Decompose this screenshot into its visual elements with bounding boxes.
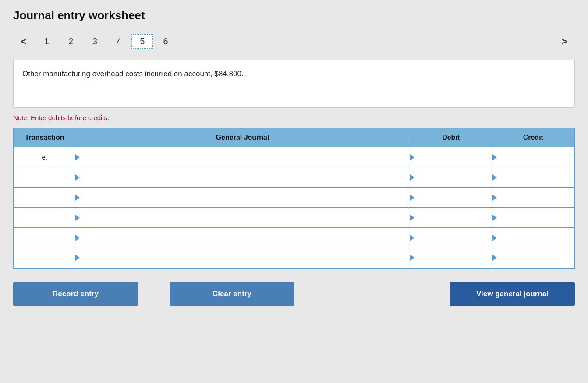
debit-input-5[interactable] xyxy=(413,248,489,268)
debit-cell-1[interactable] xyxy=(410,167,492,188)
transaction-cell-1 xyxy=(14,167,75,188)
journal-cell-3[interactable] xyxy=(75,208,410,228)
buttons-row: Record entry Clear entry View general jo… xyxy=(13,282,575,306)
debit-input-0[interactable] xyxy=(413,147,489,167)
journal-input-5[interactable] xyxy=(78,248,407,268)
nav-tab-6[interactable]: 6 xyxy=(153,34,177,49)
nav-tab-5[interactable]: 5 xyxy=(131,34,153,49)
journal-cell-1[interactable] xyxy=(75,167,410,188)
table-row xyxy=(14,167,574,188)
debit-cell-4[interactable] xyxy=(410,228,492,248)
credit-cell-4[interactable] xyxy=(492,228,574,248)
credit-cell-3[interactable] xyxy=(492,208,574,228)
journal-table: Transaction General Journal Debit Credit… xyxy=(13,128,575,269)
transaction-cell-4 xyxy=(14,228,75,248)
journal-cell-5[interactable] xyxy=(75,248,410,268)
navigation-bar: < 1 2 3 4 5 6 > xyxy=(13,30,575,53)
table-row xyxy=(14,188,574,208)
transaction-cell-5 xyxy=(14,248,75,268)
description-text: Other manufacturing overhead costs incur… xyxy=(22,70,244,78)
transaction-cell-0: e. xyxy=(14,147,75,167)
credit-cell-0[interactable] xyxy=(492,147,574,167)
prev-arrow[interactable]: < xyxy=(13,36,35,47)
clear-entry-button[interactable]: Clear entry xyxy=(170,282,294,306)
journal-input-2[interactable] xyxy=(78,188,407,207)
table-row xyxy=(14,228,574,248)
credit-cell-5[interactable] xyxy=(492,248,574,268)
debit-input-3[interactable] xyxy=(413,208,489,227)
debit-cell-2[interactable] xyxy=(410,188,492,208)
record-entry-button[interactable]: Record entry xyxy=(13,282,138,306)
debit-cell-0[interactable] xyxy=(410,147,492,167)
table-row: e. xyxy=(14,147,574,167)
transaction-cell-2 xyxy=(14,188,75,208)
debit-cell-5[interactable] xyxy=(410,248,492,268)
table-row xyxy=(14,248,574,268)
col-header-general-journal: General Journal xyxy=(75,128,410,147)
credit-cell-2[interactable] xyxy=(492,188,574,208)
journal-input-1[interactable] xyxy=(78,167,407,187)
next-arrow[interactable]: > xyxy=(553,36,575,47)
table-row xyxy=(14,208,574,228)
transaction-cell-3 xyxy=(14,208,75,228)
view-general-journal-button[interactable]: View general journal xyxy=(450,282,575,306)
col-header-debit: Debit xyxy=(410,128,492,147)
nav-tab-3[interactable]: 3 xyxy=(83,34,107,49)
credit-input-0[interactable] xyxy=(495,147,571,167)
credit-input-1[interactable] xyxy=(495,167,571,187)
journal-input-3[interactable] xyxy=(78,208,407,227)
nav-tab-4[interactable]: 4 xyxy=(107,34,131,49)
debit-cell-3[interactable] xyxy=(410,208,492,228)
journal-cell-0[interactable] xyxy=(75,147,410,167)
credit-input-2[interactable] xyxy=(495,188,571,207)
nav-tab-2[interactable]: 2 xyxy=(59,34,83,49)
credit-cell-1[interactable] xyxy=(492,167,574,188)
journal-input-0[interactable] xyxy=(78,147,407,167)
debit-input-2[interactable] xyxy=(413,188,489,207)
debit-input-4[interactable] xyxy=(413,228,489,248)
col-header-credit: Credit xyxy=(492,128,574,147)
page-title: Journal entry worksheet xyxy=(13,9,575,22)
journal-cell-2[interactable] xyxy=(75,188,410,208)
journal-cell-4[interactable] xyxy=(75,228,410,248)
debit-input-1[interactable] xyxy=(413,167,489,187)
credit-input-4[interactable] xyxy=(495,228,571,248)
journal-input-4[interactable] xyxy=(78,228,407,248)
description-box: Other manufacturing overhead costs incur… xyxy=(13,60,575,108)
note-text: Note: Enter debits before credits. xyxy=(13,114,575,121)
nav-tab-1[interactable]: 1 xyxy=(35,34,59,49)
credit-input-5[interactable] xyxy=(495,248,571,268)
col-header-transaction: Transaction xyxy=(14,128,75,147)
credit-input-3[interactable] xyxy=(495,208,571,227)
